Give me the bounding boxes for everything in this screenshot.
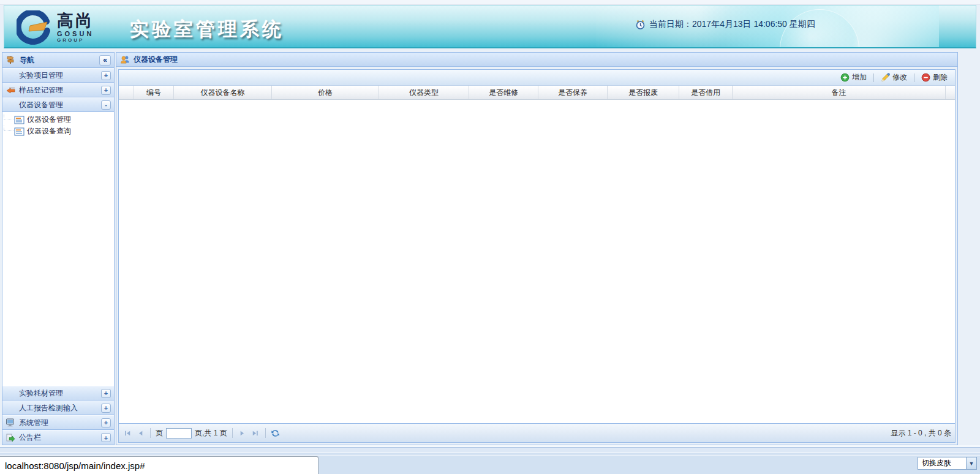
expand-plus-icon[interactable]: + — [101, 433, 111, 442]
paging-toolbar: 页 页,共 1 页 显示 1 - 0 , 共 0 条 — [119, 423, 955, 442]
last-page-icon[interactable] — [251, 428, 260, 438]
column-header[interactable]: 价格 — [272, 86, 379, 99]
instrument-grid: 增加 修改 删除 编号 仪器 — [118, 69, 956, 443]
page-prefix-label: 页 — [156, 428, 163, 438]
delete-icon — [921, 73, 930, 82]
current-date-text: 当前日期：2017年4月13日 14:06:50 星期四 — [649, 19, 815, 30]
green-arrow-icon — [6, 433, 17, 443]
sidebar-item-label: 实验耗材管理 — [19, 388, 63, 399]
sidebar-collapse-button[interactable]: « — [99, 55, 111, 66]
tree-item-label: 仪器设备查询 — [27, 126, 71, 137]
collapse-minus-icon[interactable]: - — [101, 100, 111, 110]
company-logo: 高尚 GOSUN GROUP — [17, 10, 94, 45]
delete-button[interactable]: 删除 — [919, 71, 950, 84]
sidebar-item-label: 样品登记管理 — [19, 85, 63, 96]
panel-title: 仪器设备管理 — [134, 55, 178, 65]
sidebar-item-label: 人工报告检测输入 — [19, 403, 78, 413]
sidebar-item-experiment-project[interactable]: 实验项目管理 + — [2, 68, 114, 83]
instrument-tree: 仪器设备管理 仪器设备查询 — [2, 112, 114, 386]
sidebar-item-bulletin-board[interactable]: 公告栏 + — [2, 430, 114, 445]
signpost-icon — [6, 55, 15, 65]
chevron-down-icon[interactable]: ▼ — [966, 457, 977, 470]
paging-separator — [150, 428, 151, 438]
delete-button-label: 删除 — [933, 72, 948, 83]
grid-header-row: 编号 仪器设备名称 价格 仪器类型 是否维修 是否保养 是否报废 是否借用 备注 — [119, 86, 955, 100]
navigation-sidebar: 导航 « 实验项目管理 + 样品登记管理 + 仪器设备管理 - — [2, 52, 115, 445]
column-header[interactable]: 仪器类型 — [379, 86, 469, 99]
expand-plus-icon[interactable]: + — [101, 418, 111, 427]
current-date: 当前日期：2017年4月13日 14:06:50 星期四 — [635, 19, 815, 30]
first-page-icon[interactable] — [123, 428, 132, 438]
sidebar-item-label: 公告栏 — [19, 432, 41, 443]
expand-plus-icon[interactable]: + — [101, 86, 111, 95]
status-url-text: localhost:8080/jsp/main/index.jsp# — [5, 461, 145, 471]
edit-pencil-icon — [881, 73, 890, 82]
sidebar-item-label: 实验项目管理 — [19, 70, 63, 81]
sidebar-item-sample-registration[interactable]: 样品登记管理 + — [2, 83, 114, 97]
grid-body-empty — [119, 100, 955, 423]
sidebar-item-instrument-management[interactable]: 仪器设备管理 - — [2, 97, 114, 112]
tree-item-instrument-query[interactable]: 仪器设备查询 — [2, 126, 114, 137]
logo-group-line2: GROUP — [57, 37, 94, 43]
sidebar-item-consumables[interactable]: 实验耗材管理 + — [2, 386, 114, 401]
logo-group-line1: GOSUN — [57, 30, 94, 37]
toolbar-separator — [914, 73, 914, 82]
column-header[interactable]: 备注 — [733, 86, 946, 99]
tree-item-instrument-management[interactable]: 仪器设备管理 — [2, 114, 114, 126]
bottom-line — [0, 454, 980, 456]
record-count-summary: 显示 1 - 0 , 共 0 条 — [891, 428, 951, 438]
instrument-management-panel: 仪器设备管理 增加 修改 — [116, 52, 958, 445]
refresh-icon[interactable] — [271, 428, 281, 438]
gosun-logo-icon — [17, 10, 51, 45]
skin-switcher-value[interactable]: 切换皮肤 — [918, 457, 966, 470]
tree-elbow — [4, 126, 13, 131]
paging-separator — [265, 428, 266, 438]
page-suffix-label: 页,共 1 页 — [195, 428, 227, 438]
browser-status-tooltip: localhost:8080/jsp/main/index.jsp# — [0, 456, 318, 474]
next-page-icon[interactable] — [238, 428, 247, 438]
sidebar-item-label: 系统管理 — [19, 418, 48, 428]
page-number-input[interactable] — [166, 428, 192, 438]
browser-top-strip — [0, 0, 980, 5]
form-icon — [14, 127, 24, 136]
panel-header: 仪器设备管理 — [116, 53, 957, 67]
column-header-selector[interactable] — [119, 86, 134, 99]
sidebar-item-label: 仪器设备管理 — [19, 100, 63, 110]
add-button[interactable]: 增加 — [838, 71, 869, 84]
monitor-icon — [6, 418, 17, 427]
expand-plus-icon[interactable]: + — [101, 389, 111, 398]
column-header[interactable]: 仪器设备名称 — [174, 86, 272, 99]
tree-item-label: 仪器设备管理 — [27, 115, 71, 125]
column-header[interactable]: 是否报废 — [608, 86, 679, 99]
tree-elbow — [4, 114, 13, 119]
edit-button-label: 修改 — [892, 72, 907, 83]
column-header[interactable]: 是否维修 — [469, 86, 538, 99]
column-header-filler — [946, 86, 955, 99]
clock-icon — [635, 20, 646, 30]
column-header[interactable]: 是否保养 — [538, 86, 608, 99]
column-header[interactable]: 是否借用 — [679, 86, 733, 99]
expand-plus-icon[interactable]: + — [101, 71, 111, 80]
add-icon — [840, 73, 850, 82]
app-header: 高尚 GOSUN GROUP 实验室管理系统 当前日期：2017年4月13日 1… — [4, 5, 976, 48]
prev-page-icon[interactable] — [135, 428, 145, 438]
toolbar-separator — [873, 73, 874, 82]
add-button-label: 增加 — [852, 72, 867, 83]
form-icon — [14, 116, 24, 124]
grid-toolbar: 增加 修改 删除 — [119, 70, 955, 86]
bottom-band — [0, 448, 980, 453]
sidebar-title-bar: 导航 « — [2, 53, 114, 68]
edit-button[interactable]: 修改 — [878, 71, 910, 84]
expand-plus-icon[interactable]: + — [101, 404, 111, 413]
sample-arrow-icon — [6, 85, 17, 95]
skin-switcher-combobox[interactable]: 切换皮肤 ▼ — [918, 457, 977, 470]
column-header[interactable]: 编号 — [134, 86, 174, 99]
sidebar-item-manual-report[interactable]: 人工报告检测输入 + — [2, 401, 114, 415]
sidebar-item-system-management[interactable]: 系统管理 + — [2, 415, 114, 430]
bottom-status-area: localhost:8080/jsp/main/index.jsp# 切换皮肤 … — [0, 445, 980, 474]
logo-name: 高尚 — [57, 12, 94, 29]
app-title: 实验室管理系统 — [130, 17, 284, 42]
paging-separator — [232, 428, 233, 438]
users-icon — [120, 55, 130, 64]
sidebar-title: 导航 — [20, 55, 99, 66]
